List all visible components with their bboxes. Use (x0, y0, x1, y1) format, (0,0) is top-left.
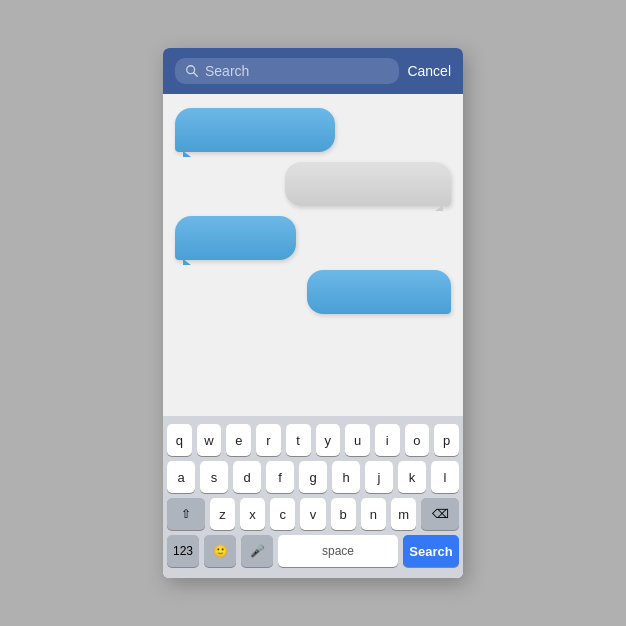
search-placeholder: Search (205, 63, 249, 79)
key-m[interactable]: m (391, 498, 416, 530)
search-key[interactable]: Search (403, 535, 459, 567)
key-u[interactable]: u (345, 424, 370, 456)
key-f[interactable]: f (266, 461, 294, 493)
space-key[interactable]: space (278, 535, 398, 567)
key-s[interactable]: s (200, 461, 228, 493)
keyboard-row-2: a s d f g h j k l (167, 461, 459, 493)
key-d[interactable]: d (233, 461, 261, 493)
key-h[interactable]: h (332, 461, 360, 493)
key-v[interactable]: v (300, 498, 325, 530)
key-n[interactable]: n (361, 498, 386, 530)
key-a[interactable]: a (167, 461, 195, 493)
num-key[interactable]: 123 (167, 535, 199, 567)
key-x[interactable]: x (240, 498, 265, 530)
key-j[interactable]: j (365, 461, 393, 493)
key-g[interactable]: g (299, 461, 327, 493)
key-w[interactable]: w (197, 424, 222, 456)
message-bubble-3 (175, 216, 296, 260)
delete-key[interactable]: ⌫ (421, 498, 459, 530)
key-y[interactable]: y (316, 424, 341, 456)
svg-line-1 (194, 73, 198, 77)
phone-frame: Search Cancel q w e r t y u i o p a s d … (163, 48, 463, 578)
key-q[interactable]: q (167, 424, 192, 456)
key-k[interactable]: k (398, 461, 426, 493)
mic-key[interactable]: 🎤 (241, 535, 273, 567)
key-o[interactable]: o (405, 424, 430, 456)
message-area (163, 94, 463, 416)
key-l[interactable]: l (431, 461, 459, 493)
key-r[interactable]: r (256, 424, 281, 456)
keyboard-row-1: q w e r t y u i o p (167, 424, 459, 456)
key-e[interactable]: e (226, 424, 251, 456)
keyboard: q w e r t y u i o p a s d f g h j k l ⇧ … (163, 416, 463, 578)
key-b[interactable]: b (331, 498, 356, 530)
search-bar: Search Cancel (163, 48, 463, 94)
message-bubble-1 (175, 108, 335, 152)
key-z[interactable]: z (210, 498, 235, 530)
search-icon (185, 64, 199, 78)
message-bubble-2 (285, 162, 451, 206)
key-t[interactable]: t (286, 424, 311, 456)
message-bubble-4 (307, 270, 451, 314)
key-c[interactable]: c (270, 498, 295, 530)
key-p[interactable]: p (434, 424, 459, 456)
cancel-button[interactable]: Cancel (407, 63, 451, 79)
key-i[interactable]: i (375, 424, 400, 456)
emoji-key[interactable]: 🙂 (204, 535, 236, 567)
keyboard-row-bottom: 123 🙂 🎤 space Search (167, 535, 459, 567)
search-input-wrap[interactable]: Search (175, 58, 399, 84)
keyboard-row-3: ⇧ z x c v b n m ⌫ (167, 498, 459, 530)
shift-key[interactable]: ⇧ (167, 498, 205, 530)
